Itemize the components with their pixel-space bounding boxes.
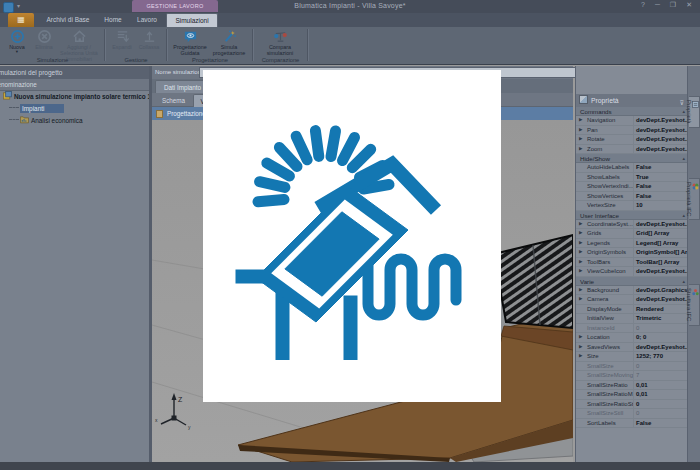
property-value[interactable]: devDept.Graphics.... — [634, 286, 688, 295]
property-value[interactable]: Grid[] Array — [634, 229, 688, 238]
property-value[interactable]: devDept.Eyeshot.... — [634, 220, 688, 229]
property-row-showvertexindi-[interactable]: ShowVertexIndi...False — [576, 182, 688, 192]
ribbon-tab-simulazioni[interactable]: Simulazioni — [166, 13, 218, 27]
property-value[interactable]: ToolBar[] Array — [634, 258, 688, 267]
expand-triangle-icon[interactable]: ▶ — [579, 258, 582, 267]
tab-schema[interactable]: Schema — [155, 94, 192, 107]
expand-triangle-icon[interactable]: ▶ — [579, 239, 582, 248]
property-value[interactable]: 0 — [634, 324, 688, 333]
property-row-showvertices[interactable]: ShowVerticesFalse — [576, 192, 688, 202]
property-row-coordinatesyst-[interactable]: ▶CoordinateSyst...devDept.Eyeshot.... — [576, 220, 688, 230]
help-icon[interactable]: ? — [641, 1, 645, 9]
property-row-autohidelabels[interactable]: AutoHideLabelsFalse — [576, 163, 688, 173]
property-row-smallsizeratio[interactable]: SmallSizeRatio0,01 — [576, 381, 688, 391]
property-row-smallsize[interactable]: SmallSize0 — [576, 362, 688, 372]
property-row-legends[interactable]: ▶LegendsLegend[] Array — [576, 239, 688, 249]
property-row-grids[interactable]: ▶GridsGrid[] Array — [576, 229, 688, 239]
property-value[interactable]: devDept.Eyeshot.... — [634, 145, 688, 154]
property-value[interactable]: 10 — [634, 201, 688, 210]
property-row-smallsizeratiostill[interactable]: SmallSizeRatioStill0 — [576, 400, 688, 410]
expand-triangle-icon[interactable]: ▶ — [579, 135, 582, 144]
property-value[interactable]: 1252; 770 — [634, 352, 688, 361]
property-section-varie[interactable]: Varie▴ — [576, 277, 688, 286]
property-value[interactable]: devDept.Eyeshot.... — [634, 267, 688, 276]
property-value[interactable]: 0 — [634, 409, 688, 418]
property-value[interactable]: devDept.Eyeshot.... — [634, 116, 688, 125]
minimize-icon[interactable]: ─ — [655, 1, 660, 9]
tree-row-analisi-economica[interactable]: Analisi economica — [0, 115, 156, 127]
expand-triangle-icon[interactable]: ▶ — [579, 145, 582, 154]
ribbon-tab-archivi-di-base[interactable]: Archivi di Base — [40, 13, 96, 27]
tree-row-impianti[interactable]: Impianti — [0, 103, 156, 115]
property-value[interactable]: False — [634, 182, 688, 191]
expand-triangle-icon[interactable]: ▶ — [579, 229, 582, 238]
property-value[interactable]: devDept.Eyeshot.... — [634, 295, 688, 304]
maximize-icon[interactable]: ❐ — [670, 1, 676, 9]
expand-triangle-icon[interactable]: ▶ — [579, 352, 582, 361]
property-value[interactable]: Rendered — [634, 305, 688, 314]
property-value[interactable]: devDept.Eyeshot.... — [634, 126, 688, 135]
property-row-sortlabels[interactable]: SortLabelsFalse — [576, 419, 688, 429]
property-row-initialview[interactable]: InitialViewTrimetric — [576, 314, 688, 324]
property-section-hide-show[interactable]: Hide/Show▴ — [576, 154, 688, 163]
property-row-displaymode[interactable]: DisplayModeRendered — [576, 305, 688, 315]
ribbon-tab-home[interactable]: Home — [98, 13, 128, 27]
property-row-rotate[interactable]: ▶RotatedevDept.Eyeshot.... — [576, 135, 688, 145]
property-value[interactable]: False — [634, 163, 688, 172]
property-value[interactable]: 0,01 — [634, 390, 688, 399]
property-row-savedviews[interactable]: ▶SavedViewsdevDept.Eyeshot.... — [576, 343, 688, 353]
ribbon-button-progettazione-guidata[interactable]: Progettazione Guidata — [171, 28, 209, 57]
expand-triangle-icon[interactable]: ▶ — [579, 295, 582, 304]
property-row-originsymbols[interactable]: ▶OriginSymbolsOriginSymbol[] Ar... — [576, 248, 688, 258]
property-row-navigation[interactable]: ▶NavigationdevDept.Eyeshot.... — [576, 116, 688, 126]
property-value[interactable]: 0 — [634, 400, 688, 409]
property-row-pan[interactable]: ▶PandevDept.Eyeshot.... — [576, 126, 688, 136]
property-row-toolbars[interactable]: ▶ToolBarsToolBar[] Array — [576, 258, 688, 268]
property-row-smallsizemoving[interactable]: SmallSizeMoving7 — [576, 371, 688, 381]
property-section-commands[interactable]: Commands▴ — [576, 107, 688, 116]
property-row-location[interactable]: ▶Location0; 0 — [576, 333, 688, 343]
expand-triangle-icon[interactable]: ▶ — [579, 126, 582, 135]
property-value[interactable]: True — [634, 173, 688, 182]
ribbon-button-simula-progettazione[interactable]: Simula progettazione — [210, 28, 248, 57]
ribbon-button-compara-simulazioni[interactable]: Compara simulazioni — [257, 28, 303, 57]
side-tab-propriet-ifc[interactable]: Proprietà IFC — [689, 178, 700, 220]
expand-triangle-icon[interactable]: ▶ — [579, 333, 582, 342]
property-value[interactable]: 7 — [634, 371, 688, 380]
ribbon-button-nuova[interactable]: Nuova▾ — [4, 28, 30, 57]
property-row-viewcubeicon[interactable]: ▶ViewCubeIcondevDept.Eyeshot.... — [576, 267, 688, 277]
side-tab-propriet-[interactable]: Proprietà — [689, 96, 700, 128]
property-value[interactable]: devDept.Eyeshot.... — [634, 343, 688, 352]
tree-row-nuova-simulazione-impian[interactable]: Nuova simulazione impianto solare termic… — [0, 91, 152, 103]
property-row-smallsizestill[interactable]: SmallSizeStill0 — [576, 409, 688, 419]
property-value[interactable]: 0; 0 — [634, 333, 688, 342]
expand-triangle-icon[interactable]: ▶ — [579, 220, 582, 229]
property-value[interactable]: Trimetric — [634, 314, 688, 323]
property-value[interactable]: 0 — [634, 362, 688, 371]
file-menu-button[interactable]: ▦ — [8, 13, 34, 27]
property-value[interactable]: False — [634, 192, 688, 201]
tree-column-header[interactable]: Denominazione — [0, 79, 149, 91]
property-row-instanceid[interactable]: InstanceId0 — [576, 324, 688, 334]
property-value[interactable]: False — [634, 419, 688, 428]
property-value[interactable]: devDept.Eyeshot.... — [634, 135, 688, 144]
property-row-size[interactable]: ▶Size1252; 770 — [576, 352, 688, 362]
expand-triangle-icon[interactable]: ▶ — [579, 248, 582, 257]
expand-triangle-icon[interactable]: ▶ — [579, 116, 582, 125]
close-icon[interactable]: ✕ — [686, 1, 692, 9]
property-row-zoom[interactable]: ▶ZoomdevDept.Eyeshot.... — [576, 145, 688, 155]
side-tab-struttura-ifc[interactable]: Struttura IFC — [689, 284, 700, 325]
expand-triangle-icon[interactable]: ▶ — [579, 267, 582, 276]
property-row-background[interactable]: ▶BackgrounddevDept.Graphics.... — [576, 286, 688, 296]
expand-triangle-icon[interactable]: ▶ — [579, 343, 582, 352]
ribbon-tab-lavoro[interactable]: Lavoro — [130, 13, 164, 27]
tab-dati-impianto[interactable]: Dati Impianto — [155, 80, 210, 94]
property-section-user-interface[interactable]: User Interface▴ — [576, 211, 688, 220]
property-value[interactable]: Legend[] Array — [634, 239, 688, 248]
property-row-vertexsize[interactable]: VertexSize10 — [576, 201, 688, 211]
property-row-smallsizeratiom-[interactable]: SmallSizeRatioM...0,01 — [576, 390, 688, 400]
property-row-camera[interactable]: ▶CameradevDept.Eyeshot.... — [576, 295, 688, 305]
property-value[interactable]: 0,01 — [634, 381, 688, 390]
property-value[interactable]: OriginSymbol[] Ar... — [634, 248, 688, 257]
expand-triangle-icon[interactable]: ▶ — [579, 286, 582, 295]
